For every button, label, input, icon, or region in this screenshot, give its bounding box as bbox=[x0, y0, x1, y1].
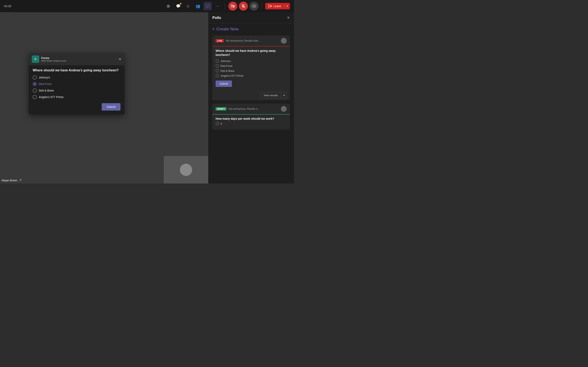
poll-option-label-3: Deli & Brew bbox=[39, 89, 54, 92]
draft-poll-option-1[interactable]: 6 bbox=[216, 122, 287, 125]
draft-poll-body: How many days per week should we work? 6 bbox=[212, 117, 290, 130]
live-poll-option-label-4: Angelo's 677 Prime bbox=[221, 74, 243, 77]
leave-label: Leave bbox=[273, 4, 281, 8]
svg-line-3 bbox=[242, 5, 245, 8]
draft-poll-meta: Not anonymous; Results s... bbox=[228, 108, 279, 110]
poll-popup-question: Where should we have Andrea's going away… bbox=[33, 68, 121, 72]
live-radio-4 bbox=[216, 74, 219, 77]
live-poll-option-label-2: Red Front bbox=[221, 64, 232, 67]
poll-option-3[interactable]: Deli & Brew bbox=[33, 89, 121, 92]
live-poll-divider bbox=[212, 46, 290, 47]
panel-body: + Create New LIVE Not anonymous; Results… bbox=[208, 24, 294, 184]
view-results-dropdown-button[interactable]: ▾ bbox=[282, 92, 287, 98]
grid-icon[interactable]: ⊞ bbox=[164, 2, 173, 10]
main-content-area: Forms Matt Wade created a poll ✕ Where s… bbox=[0, 12, 208, 184]
draft-poll-card: DRAFT Not anonymous; Results s... How ma… bbox=[212, 104, 290, 130]
live-poll-option-1[interactable]: Johnny's bbox=[216, 59, 287, 63]
mic-muted-icon: 🎤 bbox=[18, 179, 22, 182]
radio-angelo bbox=[33, 95, 37, 99]
radio-inner-redfront bbox=[34, 83, 36, 85]
polls-panel: Polls ✕ + Create New LIVE Not anonymous;… bbox=[208, 12, 294, 184]
poll-option-label-1: Johnny's bbox=[39, 76, 50, 79]
poll-submit-row: Submit bbox=[33, 103, 121, 110]
poll-popup-creator: Matt Wade created a poll bbox=[41, 59, 117, 62]
live-radio-1 bbox=[216, 59, 219, 63]
live-poll-body: Where should we have Andrea's going away… bbox=[212, 49, 290, 90]
poll-option-4[interactable]: Angelo's 677 Prime bbox=[33, 95, 121, 99]
more-icon[interactable]: ⋯ bbox=[213, 2, 222, 10]
poll-option-label-4: Angelo's 677 Prime bbox=[39, 95, 63, 99]
present-icon[interactable] bbox=[204, 2, 212, 10]
poll-submit-button[interactable]: Submit bbox=[102, 103, 121, 110]
poll-popup: Forms Matt Wade created a poll ✕ Where s… bbox=[29, 53, 125, 115]
live-badge: LIVE bbox=[216, 39, 224, 42]
draft-poll-divider bbox=[212, 114, 290, 115]
live-poll-option-2[interactable]: Red Front bbox=[216, 64, 287, 67]
radio-redfront bbox=[33, 82, 37, 86]
live-poll-option-3[interactable]: Deli & Brew bbox=[216, 69, 287, 72]
emoji-icon[interactable]: ☺ bbox=[184, 2, 192, 10]
poll-popup-title-group: Forms Matt Wade created a poll bbox=[41, 57, 117, 62]
panel-close-button[interactable]: ✕ bbox=[287, 16, 290, 20]
live-poll-option-label-1: Johnny's bbox=[221, 59, 231, 63]
separator bbox=[225, 3, 225, 9]
create-new-plus-icon: + bbox=[212, 27, 215, 31]
radio-delibrew bbox=[33, 89, 37, 92]
draft-poll-question: How many days per week should we work? bbox=[216, 117, 287, 120]
live-poll-option-label-3: Deli & Brew bbox=[221, 69, 234, 72]
mic-off-button[interactable] bbox=[239, 2, 248, 11]
live-radio-2 bbox=[216, 64, 219, 67]
live-poll-meta: Not anonymous; Results shar... bbox=[226, 39, 279, 42]
participant-name-label: Megan Bowen 🎤 bbox=[2, 179, 22, 182]
draft-poll-option-label-1: 6 bbox=[221, 122, 222, 125]
create-new-label: Create New bbox=[216, 27, 239, 31]
leave-dropdown-button[interactable]: ▾ bbox=[285, 3, 290, 9]
participant-avatar bbox=[180, 164, 192, 176]
camera-off-button[interactable] bbox=[228, 2, 237, 11]
share-screen-button[interactable] bbox=[250, 2, 259, 11]
participant-name: Megan Bowen bbox=[2, 179, 17, 182]
poll-option-2[interactable]: Red Front bbox=[33, 82, 121, 86]
live-poll-card-header: LIVE Not anonymous; Results shar... bbox=[212, 35, 290, 46]
draft-poll-card-header: DRAFT Not anonymous; Results s... bbox=[212, 104, 290, 114]
poll-option-label-2: Red Front bbox=[39, 82, 52, 86]
poll-popup-header: Forms Matt Wade created a poll ✕ bbox=[29, 53, 125, 65]
draft-poll-avatar bbox=[281, 106, 287, 112]
panel-title: Polls bbox=[212, 16, 221, 20]
meeting-timer: 04:30 bbox=[4, 4, 11, 8]
separator2 bbox=[262, 3, 262, 9]
poll-popup-body: Where should we have Andrea's going away… bbox=[29, 65, 125, 115]
live-poll-submit-button[interactable]: Submit bbox=[216, 81, 232, 87]
view-results-row: View results ▾ bbox=[212, 90, 290, 100]
create-new-button[interactable]: + Create New bbox=[212, 27, 239, 31]
draft-radio-1 bbox=[216, 122, 219, 125]
live-radio-3 bbox=[216, 69, 219, 72]
video-thumbnail bbox=[164, 156, 208, 184]
radio-johnnys bbox=[33, 75, 37, 80]
people-icon[interactable]: 👥 bbox=[194, 2, 202, 10]
live-poll-question: Where should we have Andrea's going away… bbox=[216, 49, 287, 57]
draft-badge: DRAFT bbox=[216, 107, 226, 110]
live-poll-option-4[interactable]: Angelo's 677 Prime bbox=[216, 74, 287, 77]
live-poll-avatar bbox=[281, 38, 287, 44]
forms-icon bbox=[32, 55, 39, 63]
leave-group: Leave ▾ bbox=[265, 3, 290, 9]
leave-button[interactable]: Leave bbox=[265, 3, 285, 9]
toolbar-controls: ⊞ 💬 ☺ 👥 ⋯ bbox=[164, 2, 290, 11]
live-poll-card: LIVE Not anonymous; Results shar... Wher… bbox=[212, 35, 290, 100]
chat-badge bbox=[180, 3, 182, 4]
view-results-button[interactable]: View results bbox=[260, 92, 281, 98]
poll-option-1[interactable]: Johnny's bbox=[33, 75, 121, 80]
top-bar: 04:30 ⊞ 💬 ☺ 👥 ⋯ bbox=[0, 0, 294, 12]
poll-popup-app-name: Forms bbox=[41, 57, 117, 59]
poll-popup-close-button[interactable]: ✕ bbox=[119, 57, 121, 61]
chat-icon[interactable]: 💬 bbox=[174, 2, 182, 10]
svg-rect-0 bbox=[206, 5, 209, 7]
panel-header: Polls ✕ bbox=[208, 12, 294, 24]
